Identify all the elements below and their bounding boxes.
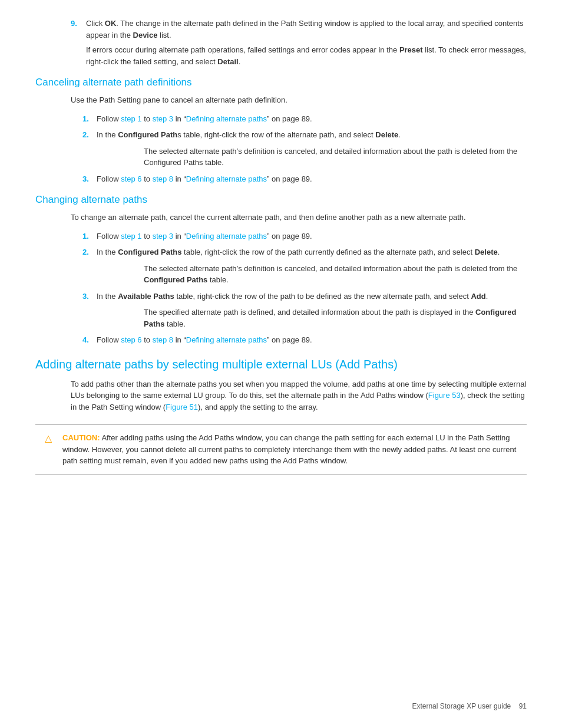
section1-steps: 1. Follow step 1 to step 3 in “Defining … [82, 113, 527, 185]
section2-step1: 1. Follow step 1 to step 3 in “Defining … [82, 230, 527, 242]
defining-alt-paths-link3[interactable]: Defining alternate paths [186, 232, 267, 241]
section3-heading: Adding alternate paths by selecting mult… [35, 358, 527, 371]
step-num: 3. [82, 173, 97, 185]
step9-number: 9. [71, 18, 82, 41]
step3-link[interactable]: step 3 [153, 114, 173, 123]
defining-alt-paths-link1[interactable]: Defining alternate paths [186, 114, 267, 123]
footer-text: External Storage XP user guide [412, 702, 511, 710]
section2-step3-sub: The specified alternate path is defined,… [144, 307, 527, 330]
section2-intro: To change an alternate path, cancel the … [71, 212, 527, 223]
step6-link-s2[interactable]: step 6 [121, 335, 141, 344]
section2-step2: 2. In the Configured Paths table, right-… [82, 246, 527, 258]
defining-alt-paths-link2[interactable]: Defining alternate paths [186, 174, 267, 183]
caution-box: △ CAUTION: After adding paths using the … [35, 424, 527, 475]
step-num: 3. [82, 291, 97, 302]
defining-alt-paths-link4[interactable]: Defining alternate paths [186, 335, 267, 344]
step9-block: 9. Click OK. The change in the alternate… [71, 18, 527, 67]
step1-link[interactable]: step 1 [121, 114, 141, 123]
step-num: 2. [82, 129, 97, 141]
footer-page-num: 91 [519, 702, 527, 710]
caution-text: After adding paths using the Add Paths w… [62, 433, 516, 465]
step-content: Follow step 6 to step 8 in “Defining alt… [97, 334, 527, 346]
step-content: Follow step 1 to step 3 in “Defining alt… [97, 113, 527, 125]
section1-heading: Canceling alternate path definitions [35, 77, 527, 88]
step-content: Follow step 6 to step 8 in “Defining alt… [97, 173, 527, 185]
section2-steps: 1. Follow step 1 to step 3 in “Defining … [82, 230, 527, 346]
section2-step4: 4. Follow step 6 to step 8 in “Defining … [82, 334, 527, 346]
step-content: In the Configured Paths table, right-cli… [97, 246, 527, 258]
step-num: 1. [82, 113, 97, 125]
step-num: 1. [82, 230, 97, 242]
section2-step2-sub: The selected alternate path’s definition… [144, 263, 527, 286]
step-num: 4. [82, 334, 97, 346]
caution-content: CAUTION: After adding paths using the Ad… [62, 432, 517, 467]
step9-main-text: Click OK. The change in the alternate pa… [86, 18, 527, 41]
section1-step3: 3. Follow step 6 to step 8 in “Defining … [82, 173, 527, 185]
step6-link[interactable]: step 6 [121, 174, 141, 183]
caution-label: CAUTION: [62, 433, 100, 442]
step8-link[interactable]: step 8 [153, 174, 173, 183]
section1-step1: 1. Follow step 1 to step 3 in “Defining … [82, 113, 527, 125]
figure53-link[interactable]: Figure 53 [428, 391, 461, 400]
step1-link-s2[interactable]: step 1 [121, 232, 141, 241]
step-content: Follow step 1 to step 3 in “Defining alt… [97, 230, 527, 242]
footer: External Storage XP user guide 91 [412, 702, 527, 710]
step-content: In the Available Paths table, right-clic… [97, 291, 527, 302]
section2-step3: 3. In the Available Paths table, right-c… [82, 291, 527, 302]
step8-link-s2[interactable]: step 8 [153, 335, 173, 344]
section1-step2-sub: The selected alternate path’s definition… [144, 146, 527, 169]
step-content: In the Configured Paths table, right-cli… [97, 129, 527, 141]
step3-link-s2[interactable]: step 3 [153, 232, 173, 241]
step9-sub-text: If errors occur during alternate path op… [86, 44, 527, 67]
page-content: 9. Click OK. The change in the alternate… [0, 0, 562, 522]
section1-intro: Use the Path Setting pane to cancel an a… [71, 94, 527, 106]
caution-icon: △ [45, 433, 57, 444]
figure51-link[interactable]: Figure 51 [166, 403, 198, 411]
section2-heading: Changing alternate paths [35, 194, 527, 206]
section1-step2: 2. In the Configured Paths table, right-… [82, 129, 527, 141]
step-num: 2. [82, 246, 97, 258]
section3-intro: To add paths other than the alternate pa… [71, 378, 527, 413]
